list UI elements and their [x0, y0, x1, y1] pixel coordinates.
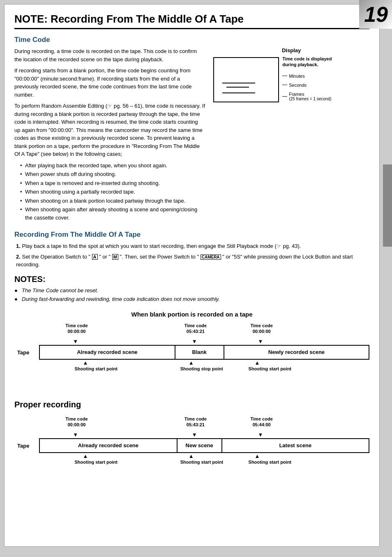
- bullet-1: After playing back the recorded tape, wh…: [20, 162, 205, 170]
- annotation-frames: Frames (25 frames = 1 second): [282, 92, 336, 101]
- dash-1: [282, 76, 287, 76]
- tc-para-1: During recording, a time code is recorde…: [14, 47, 205, 63]
- label-minutes: Minutes: [289, 74, 305, 79]
- blank-uarrow-1: ▲: [83, 360, 88, 366]
- blank-uarrow-2: ▲: [189, 360, 194, 366]
- proper-tape-bar: Tape Already recorded scene New scene La…: [39, 438, 369, 453]
- blank-arrow-3: ▼: [258, 338, 263, 344]
- annotation-top: Time code is displayed during playback.: [282, 56, 336, 68]
- page-title: NOTE: Recording From The Middle Of A Tap…: [14, 13, 369, 29]
- proper-arrow-3: ▼: [258, 432, 263, 438]
- proper-tc-above: Time code00:00:00 Time code05:43:21 Time…: [39, 416, 369, 432]
- blank-diagram: Time code00:00:00 Time code05:43:21 Time…: [14, 323, 369, 375]
- note-2: During fast-forwarding and rewinding, ti…: [14, 295, 369, 303]
- proper-tc-2: Time code05:43:21: [184, 416, 207, 428]
- blank-labels-below: Shooting start point Shooting stop point…: [39, 366, 369, 375]
- display-annotations: Time code is displayed during playback. …: [282, 56, 336, 104]
- blank-tape-label: Tape: [17, 349, 29, 355]
- line-1: [222, 83, 255, 83]
- dash-3: [282, 96, 287, 97]
- bullet-2: When power shuts off during shooting.: [20, 170, 205, 178]
- bullet-3: When a tape is removed and re-inserted d…: [20, 179, 205, 187]
- label-seconds: Seconds: [289, 83, 307, 88]
- label-frames: Frames: [289, 92, 331, 97]
- blank-tc-above: Time code00:00:00 Time code05:43:21 Time…: [39, 323, 369, 338]
- proper-lbl-3: Shooting start point: [249, 460, 291, 465]
- blank-tape-bar: Tape Already recorded scene Blank Newly …: [39, 345, 369, 360]
- blank-arrows-up: ▲ ▲ ▲: [39, 360, 369, 366]
- proper-arrows-up: ▲ ▲ ▲: [39, 453, 369, 460]
- blank-arrows-down: ▼ ▼ ▼: [39, 338, 369, 345]
- blank-seg-2: Blank: [175, 346, 224, 359]
- proper-uarrow-2: ▲: [189, 453, 194, 459]
- side-tab: [383, 164, 392, 247]
- time-code-content: During recording, a time code is recorde…: [14, 47, 369, 225]
- blank-arrow-1: ▼: [73, 338, 78, 344]
- frames-block: Frames (25 frames = 1 second): [289, 92, 331, 101]
- line-2: [226, 87, 249, 88]
- proper-arrows-down: ▼ ▼ ▼: [39, 432, 369, 438]
- proper-title: Proper recording: [14, 400, 369, 409]
- dash-2: [282, 85, 287, 85]
- bullet-5: When shooting on a blank portion located…: [20, 197, 205, 205]
- blank-arrow-2: ▼: [192, 338, 197, 344]
- proper-labels-below: Shooting start point Shooting start poin…: [39, 460, 369, 469]
- proper-seg-3: Latest scene: [222, 439, 369, 452]
- blank-seg-1: Already recorded scene: [40, 346, 175, 359]
- main-content: NOTE: Recording From The Middle Of A Tap…: [4, 4, 380, 547]
- proper-uarrow-3: ▲: [255, 453, 260, 459]
- time-code-left: During recording, a time code is recorde…: [14, 47, 205, 225]
- line-3: [222, 92, 255, 93]
- tc-bullets: After playing back the recorded tape, wh…: [20, 162, 205, 222]
- bullet-4: When shooting using a partially recorded…: [20, 188, 205, 196]
- annotation-minutes: Minutes: [282, 74, 336, 79]
- notes-heading: NOTES:: [14, 275, 369, 284]
- time-code-heading: Time Code: [14, 36, 369, 44]
- note-1: The Time Code cannot be reset.: [14, 287, 369, 295]
- step-2: 2. Set the Operation Switch to " A " or …: [14, 253, 369, 269]
- blank-lbl-3: Shooting start point: [249, 366, 291, 371]
- proper-arrow-2: ▼: [192, 432, 197, 438]
- tc-para-2: If recording starts from a blank portion…: [14, 67, 205, 99]
- display-box: [213, 57, 279, 102]
- display-box-wrapper: Time code is displayed during playback. …: [213, 56, 336, 104]
- blank-tc-2: Time code05:43:21: [184, 323, 207, 335]
- recording-heading: Recording From The Middle Of A Tape: [14, 231, 369, 239]
- blank-lbl-2: Shooting stop point: [180, 366, 223, 371]
- proper-seg-2: New scene: [178, 439, 222, 452]
- annotation-seconds: Seconds: [282, 83, 336, 88]
- blank-diagram-section: When blank portion is recorded on a tape…: [14, 311, 369, 469]
- blank-uarrow-3: ▲: [255, 360, 260, 366]
- proper-tc-1: Time code00:00:00: [65, 416, 88, 428]
- blank-lbl-1: Shooting start point: [74, 366, 117, 371]
- bullet-6: When shooting again after already shooti…: [20, 206, 205, 222]
- step-1-text: Play back a tape to find the spot at whi…: [22, 243, 301, 249]
- proper-tape-label: Tape: [17, 442, 29, 448]
- step-1: 1. Play back a tape to find the spot at …: [14, 242, 369, 250]
- page-number: 19: [364, 2, 388, 27]
- proper-seg-1: Already recorded scene: [40, 439, 178, 452]
- proper-arrow-1: ▼: [73, 432, 78, 438]
- proper-lbl-2: Shooting start point: [180, 460, 223, 465]
- display-label: Display: [213, 47, 369, 53]
- page-number-area: 19: [359, 0, 392, 29]
- tc-para-3: To perform Random Assemble Editing (☞ pg…: [14, 102, 205, 158]
- proper-tc-3: Time code05:44:00: [251, 416, 273, 428]
- blank-tc-1: Time code00:00:00: [65, 323, 88, 335]
- time-code-right: Display Time code is displayed during pl…: [213, 47, 369, 225]
- proper-uarrow-1: ▲: [83, 453, 88, 459]
- display-lines: [222, 83, 278, 93]
- proper-lbl-1: Shooting start point: [74, 460, 117, 465]
- blank-diagram-title: When blank portion is recorded on a tape: [14, 311, 369, 318]
- blank-seg-3: Newly recorded scene: [224, 346, 369, 359]
- label-frames-note: (25 frames = 1 second): [289, 97, 331, 101]
- blank-tc-3: Time code00:00:00: [251, 323, 273, 335]
- proper-diagram: Time code00:00:00 Time code05:43:21 Time…: [14, 416, 369, 469]
